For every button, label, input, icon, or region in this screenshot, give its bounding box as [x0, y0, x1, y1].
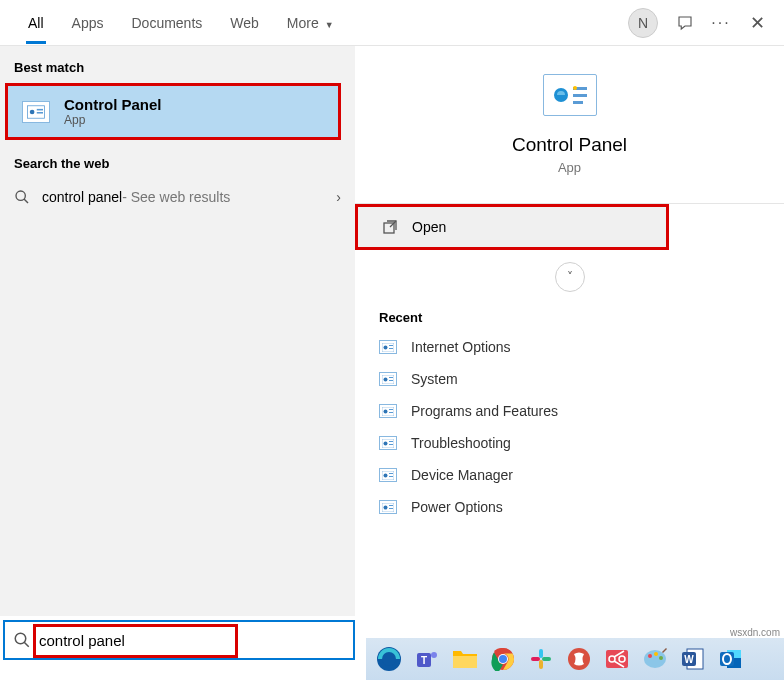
svg-rect-48 [539, 649, 543, 658]
control-panel-item-icon [379, 372, 397, 386]
recent-item-internet-options[interactable]: Internet Options [355, 331, 784, 363]
svg-point-14 [384, 345, 388, 349]
svg-rect-3 [37, 112, 43, 114]
web-query-text: control panel [42, 189, 122, 205]
hero-subtitle: App [355, 160, 784, 175]
search-input[interactable] [39, 632, 239, 649]
svg-rect-51 [531, 657, 540, 661]
taskbar-teams-icon[interactable]: T [410, 642, 444, 676]
open-label: Open [412, 219, 446, 235]
svg-point-60 [654, 652, 658, 656]
tab-apps[interactable]: Apps [62, 3, 114, 43]
taskbar-app-icon[interactable] [562, 642, 596, 676]
search-web-label: Search the web [0, 142, 355, 179]
recent-item-device-manager[interactable]: Device Manager [355, 459, 784, 491]
svg-rect-35 [389, 505, 393, 506]
svg-point-4 [16, 191, 25, 200]
svg-rect-19 [389, 377, 393, 378]
svg-point-59 [648, 654, 652, 658]
control-panel-item-icon [379, 500, 397, 514]
taskbar-explorer-icon[interactable] [448, 642, 482, 676]
svg-point-11 [573, 86, 577, 90]
open-action[interactable]: Open [355, 204, 669, 250]
best-match-subtitle: App [64, 113, 162, 127]
web-search-result[interactable]: control panel - See web results › [0, 179, 355, 215]
svg-point-43 [431, 652, 437, 658]
recent-item-power-options[interactable]: Power Options [355, 491, 784, 523]
svg-rect-20 [389, 380, 393, 381]
svg-point-18 [384, 377, 388, 381]
svg-point-1 [30, 109, 35, 114]
taskbar-slack-icon[interactable] [524, 642, 558, 676]
close-icon[interactable]: ✕ [748, 14, 766, 32]
taskbar-outlook-icon[interactable] [714, 642, 748, 676]
svg-point-47 [499, 655, 507, 663]
expand-toggle[interactable]: ˅ [555, 262, 585, 292]
hero-title: Control Panel [355, 134, 784, 156]
hero-section: Control Panel App [355, 46, 784, 193]
search-bar[interactable] [3, 620, 355, 660]
taskbar-word-icon[interactable]: W [676, 642, 710, 676]
svg-rect-15 [389, 345, 393, 346]
svg-point-34 [384, 505, 388, 509]
header-bar: All Apps Documents Web More ▼ N ··· ✕ [0, 0, 784, 46]
chevron-down-icon: ▼ [325, 20, 334, 30]
preview-pane: Control Panel App Open ˅ Recent Internet… [355, 46, 784, 616]
best-match-label: Best match [0, 46, 355, 83]
chevron-right-icon: › [336, 189, 341, 205]
svg-rect-36 [389, 508, 393, 509]
control-panel-item-icon [379, 404, 397, 418]
svg-point-40 [382, 652, 396, 666]
control-panel-icon [22, 101, 50, 123]
taskbar-snipping-icon[interactable] [600, 642, 634, 676]
user-avatar[interactable]: N [628, 8, 658, 38]
web-query-suffix: - See web results [122, 189, 230, 205]
recent-item-system[interactable]: System [355, 363, 784, 395]
tab-more[interactable]: More ▼ [277, 3, 344, 43]
svg-text:W: W [684, 654, 694, 665]
taskbar-paint-icon[interactable] [638, 642, 672, 676]
control-panel-item-icon [379, 468, 397, 482]
svg-line-38 [24, 642, 29, 647]
svg-rect-27 [389, 441, 393, 442]
control-panel-large-icon [543, 74, 597, 116]
svg-rect-49 [542, 657, 551, 661]
search-icon [13, 631, 31, 649]
header-actions: N ··· ✕ [628, 8, 784, 38]
svg-rect-16 [389, 348, 393, 349]
svg-point-37 [15, 633, 26, 644]
svg-rect-31 [389, 473, 393, 474]
taskbar: T W [366, 638, 784, 680]
control-panel-item-icon [379, 436, 397, 450]
svg-line-5 [24, 199, 28, 203]
recent-label: Recent [355, 300, 784, 331]
search-icon [14, 189, 30, 205]
svg-rect-2 [37, 108, 43, 110]
svg-rect-9 [573, 94, 587, 97]
svg-point-26 [384, 441, 388, 445]
svg-point-22 [384, 409, 388, 413]
svg-rect-44 [453, 656, 477, 668]
svg-rect-50 [539, 660, 543, 669]
taskbar-edge-icon[interactable] [372, 642, 406, 676]
svg-rect-23 [389, 409, 393, 410]
recent-item-troubleshooting[interactable]: Troubleshooting [355, 427, 784, 459]
control-panel-item-icon [379, 340, 397, 354]
svg-point-61 [659, 656, 663, 660]
tab-all[interactable]: All [18, 3, 54, 43]
more-options-icon[interactable]: ··· [712, 14, 730, 32]
watermark: wsxdn.com [730, 627, 780, 638]
best-match-result[interactable]: Control Panel App [5, 83, 341, 140]
svg-point-30 [384, 473, 388, 477]
best-match-title: Control Panel [64, 96, 162, 113]
results-pane: Best match Control Panel App Search the … [0, 46, 355, 616]
svg-rect-24 [389, 412, 393, 413]
feedback-icon[interactable] [676, 14, 694, 32]
open-icon [382, 219, 398, 235]
tab-documents[interactable]: Documents [121, 3, 212, 43]
tab-web[interactable]: Web [220, 3, 269, 43]
svg-rect-32 [389, 476, 393, 477]
recent-item-programs[interactable]: Programs and Features [355, 395, 784, 427]
taskbar-chrome-icon[interactable] [486, 642, 520, 676]
svg-text:T: T [421, 655, 427, 666]
